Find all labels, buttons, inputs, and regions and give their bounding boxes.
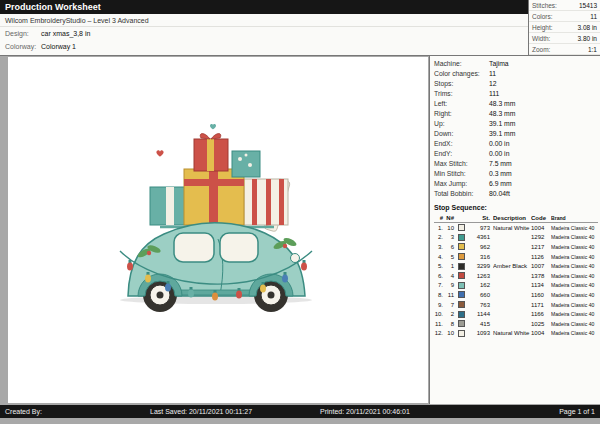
color-swatch <box>458 330 465 337</box>
stop-row: 4. 5 316 1126 Madeira Classic 40 <box>434 252 598 262</box>
machine-label: Color changes: <box>434 69 489 79</box>
heart-teal-icon <box>210 124 216 129</box>
row-number: 6. <box>434 273 445 279</box>
color-swatch <box>458 311 465 318</box>
summary-row: Zoom: 1:1 <box>529 44 600 55</box>
machine-row: Machine: Tajima <box>434 59 598 69</box>
summary-label: Zoom: <box>532 44 550 54</box>
machine-value: 39.1 mm <box>489 119 515 129</box>
row-number: 9. <box>434 302 445 308</box>
summary-row: Height: 3.08 in <box>529 22 600 33</box>
row-number: 11. <box>434 321 445 327</box>
summary-value: 3.80 in <box>577 33 597 43</box>
machine-label: Total Bobbin: <box>434 189 489 199</box>
thread-code: 1134 <box>531 282 551 288</box>
machine-label: Up: <box>434 119 489 129</box>
stop-row: 3. 6 962 1217 Madeira Classic 40 <box>434 242 598 252</box>
machine-label: Left: <box>434 99 489 109</box>
machine-label: Min Stitch: <box>434 169 489 179</box>
header-cell-st: St. <box>469 215 493 221</box>
machine-label: EndY: <box>434 149 489 159</box>
machine-value: Tajima <box>489 59 509 69</box>
stop-row: 12. 10 1093 Natural White 1004 Madeira C… <box>434 329 598 339</box>
row-number: 12. <box>434 330 445 336</box>
color-swatch <box>458 291 465 298</box>
machine-label: Max Stitch: <box>434 159 489 169</box>
row-number: 1. <box>434 225 445 231</box>
machine-row: EndX: 0.00 in <box>434 139 598 149</box>
stitch-count: 162 <box>469 282 493 288</box>
thread-description: Natural White <box>493 330 531 336</box>
thread-number: 10 <box>445 330 457 336</box>
thread-code: 1217 <box>531 244 551 250</box>
info-panel: Machine: Tajima Color changes: 11 Stops:… <box>429 56 600 404</box>
header-cell-brand: Brand <box>551 215 598 221</box>
stitch-count: 4361 <box>469 234 493 240</box>
stop-row: 8. 11 660 1160 Madeira Classic 40 <box>434 290 598 300</box>
main-area: Machine: Tajima Color changes: 11 Stops:… <box>0 56 600 405</box>
machine-row: Max Stitch: 7.5 mm <box>434 159 598 169</box>
machine-info: Machine: Tajima Color changes: 11 Stops:… <box>434 59 598 199</box>
stitch-count: 660 <box>469 292 493 298</box>
stitch-count: 1263 <box>469 273 493 279</box>
thread-code: 1007 <box>531 263 551 269</box>
machine-row: Left: 48.3 mm <box>434 99 598 109</box>
machine-row: Total Bobbin: 80.04ft <box>434 189 598 199</box>
color-swatch <box>458 243 465 250</box>
header-section: Wilcom EmbroideryStudio – Level 3 Advanc… <box>0 14 528 56</box>
stop-row: 10. 2 1144 1166 Madeira Classic 40 <box>434 309 598 319</box>
machine-row: Min Stitch: 0.3 mm <box>434 169 598 179</box>
stop-row: 1. 10 973 Natural White 1004 Madeira Cla… <box>434 223 598 233</box>
title-bar: Production Worksheet <box>0 0 528 14</box>
machine-value: 80.04ft <box>489 189 510 199</box>
stop-table-header: # N# St. Description Code Brand <box>434 214 598 223</box>
summary-row: Width: 3.80 in <box>529 33 600 44</box>
last-saved: Last Saved: 20/11/2021 00:11:27 <box>150 405 252 418</box>
thread-brand: Madeira Classic 40 <box>551 273 600 279</box>
machine-value: 39.1 mm <box>489 129 515 139</box>
stitch-count: 962 <box>469 244 493 250</box>
stitch-count: 973 <box>469 225 493 231</box>
summary-label: Width: <box>532 33 550 43</box>
thread-description: Natural White <box>493 225 531 231</box>
machine-label: Down: <box>434 129 489 139</box>
summary-value: 1:1 <box>588 44 597 54</box>
row-number: 10. <box>434 311 445 317</box>
thread-number: 3 <box>445 234 457 240</box>
machine-label: Trims: <box>434 89 489 99</box>
stop-row: 7. 9 162 1134 Madeira Classic 40 <box>434 281 598 291</box>
thread-brand: Madeira Classic 40 <box>551 263 600 269</box>
row-number: 7. <box>434 282 445 288</box>
machine-label: Max Jump: <box>434 179 489 189</box>
header-cell-num: # <box>434 215 445 221</box>
stop-row: 6. 4 1263 1378 Madeira Classic 40 <box>434 271 598 281</box>
printed: Printed: 20/11/2021 00:46:01 <box>320 405 410 418</box>
design-label: Design: <box>5 27 41 40</box>
summary-label: Stitches: <box>532 0 557 10</box>
header-cell-description: Description <box>493 215 531 221</box>
machine-label: EndX: <box>434 139 489 149</box>
machine-row: Up: 39.1 mm <box>434 119 598 129</box>
thread-number: 5 <box>445 254 457 260</box>
gift-dotted <box>232 151 260 177</box>
page-indicator: Page 1 of 1 <box>559 405 595 418</box>
machine-value: 0.3 mm <box>489 169 512 179</box>
stitch-count: 316 <box>469 254 493 260</box>
machine-value: 6.9 mm <box>489 179 512 189</box>
thread-description: Amber Black <box>493 263 531 269</box>
machine-row: Trims: 111 <box>434 89 598 99</box>
machine-value: 12 <box>489 79 497 89</box>
stop-table-body: 1. 10 973 Natural White 1004 Madeira Cla… <box>434 223 598 338</box>
color-swatch <box>458 272 465 279</box>
machine-label: Right: <box>434 109 489 119</box>
design-canvas <box>8 57 428 403</box>
stop-row: 11. 8 415 1025 Madeira Classic 40 <box>434 319 598 329</box>
machine-row: Right: 48.3 mm <box>434 109 598 119</box>
summary-value: 15413 <box>579 0 597 10</box>
machine-value: 7.5 mm <box>489 159 512 169</box>
thread-code: 1166 <box>531 311 551 317</box>
stop-sequence-title: Stop Sequence: <box>434 202 598 214</box>
colorway-row: Colorway: Colorway 1 <box>0 40 528 53</box>
thread-number: 6 <box>445 244 457 250</box>
thread-brand: Madeira Classic 40 <box>551 234 600 240</box>
